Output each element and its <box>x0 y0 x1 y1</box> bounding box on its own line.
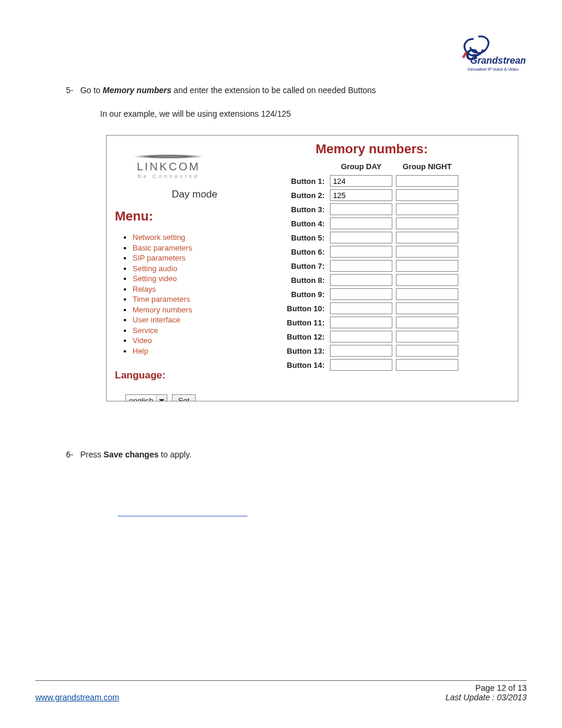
day-input[interactable] <box>330 232 392 243</box>
night-input[interactable] <box>396 317 458 328</box>
page-number: Page 12 of 13 <box>445 683 527 693</box>
table-row: Button 14: <box>283 358 460 372</box>
menu-item[interactable]: SIP parameters <box>133 253 222 263</box>
night-input[interactable] <box>396 260 458 272</box>
table-row: Button 5: <box>283 230 460 245</box>
row-label: Button 12: <box>283 330 328 344</box>
language-select-value: english <box>126 396 156 401</box>
row-label: Button 14: <box>283 358 328 372</box>
row-label: Button 13: <box>283 344 328 358</box>
row-label: Button 10: <box>283 301 328 315</box>
menu-item[interactable]: Memory numbers <box>133 305 222 315</box>
step-5-subtext: In our example, we will be using extensi… <box>35 109 527 118</box>
row-label: Button 6: <box>283 245 328 259</box>
language-select[interactable]: english <box>125 394 167 401</box>
night-input[interactable] <box>396 302 458 314</box>
step-6-number: 6- <box>66 450 73 459</box>
table-row: Button 10: <box>283 301 460 315</box>
night-input[interactable] <box>396 203 458 215</box>
memory-numbers-title: Memory numbers: <box>235 141 508 157</box>
day-input[interactable] <box>330 175 392 187</box>
svg-text:G: G <box>465 45 478 64</box>
menu-item[interactable]: Setting video <box>133 274 222 284</box>
night-input[interactable] <box>396 175 458 187</box>
day-input[interactable] <box>330 288 392 300</box>
day-input[interactable] <box>330 359 392 371</box>
day-input[interactable] <box>330 317 392 328</box>
row-label: Button 9: <box>283 287 328 301</box>
table-row: Button 1: <box>283 174 460 188</box>
col-night: Group NIGHT <box>394 160 460 174</box>
table-row: Button 4: <box>283 216 460 230</box>
set-button[interactable]: Set <box>172 394 196 401</box>
step-5-number: 5- <box>66 85 73 95</box>
night-input[interactable] <box>396 246 458 258</box>
night-input[interactable] <box>396 232 458 243</box>
menu-item[interactable]: Setting audio <box>133 263 222 274</box>
grandstream-tagline: Innovative IP Voice & Video <box>458 67 528 72</box>
step-5-text: Go to Memory numbers and enter the exten… <box>80 85 376 95</box>
menu-item[interactable]: User interface <box>133 315 222 325</box>
col-day: Group DAY <box>328 160 394 174</box>
menu-item[interactable]: Service <box>133 325 222 336</box>
row-label: Button 2: <box>283 188 328 202</box>
day-input[interactable] <box>330 203 392 215</box>
row-label: Button 1: <box>283 174 328 188</box>
row-label: Button 11: <box>283 315 328 330</box>
menu-list: Network setting Basic parameters SIP par… <box>115 232 222 357</box>
memory-numbers-table: Group DAY Group NIGHT Button 1:Button 2:… <box>283 160 460 372</box>
night-input[interactable] <box>396 359 458 371</box>
step-6: 6- Press Save changes to apply. <box>35 450 527 459</box>
chevron-down-icon[interactable] <box>156 395 167 401</box>
language-title: Language: <box>115 370 222 381</box>
decorative-rule <box>118 516 247 516</box>
embedded-screenshot: LINKCOM Be Connected Day mode Menu: Netw… <box>106 135 518 401</box>
menu-item[interactable]: Network setting <box>133 232 222 243</box>
step-6-text: Press Save changes to apply. <box>80 450 191 459</box>
mode-label: Day mode <box>115 189 222 200</box>
table-row: Button 6: <box>283 245 460 259</box>
row-label: Button 5: <box>283 230 328 245</box>
grandstream-logo: Grandstream G Innovative IP Voice & Vide… <box>458 34 528 72</box>
row-label: Button 8: <box>283 273 328 287</box>
menu-item[interactable]: Help <box>133 346 222 357</box>
table-row: Button 2: <box>283 188 460 202</box>
last-updated: Last Update : 03/2013 <box>445 693 527 702</box>
day-input[interactable] <box>330 302 392 314</box>
menu-item[interactable]: Relays <box>133 284 222 295</box>
day-input[interactable] <box>330 218 392 229</box>
menu-title: Menu: <box>115 209 222 224</box>
step-5: 5- Go to Memory numbers and enter the ex… <box>35 85 527 95</box>
night-input[interactable] <box>396 218 458 229</box>
table-row: Button 7: <box>283 259 460 273</box>
row-label: Button 7: <box>283 259 328 273</box>
menu-item[interactable]: Video <box>133 335 222 346</box>
footer-url[interactable]: www.grandstream.com <box>35 693 119 702</box>
table-row: Button 13: <box>283 344 460 358</box>
content-pane: Memory numbers: Group DAY Group NIGHT Bu… <box>230 136 518 401</box>
night-input[interactable] <box>396 331 458 342</box>
night-input[interactable] <box>396 345 458 357</box>
night-input[interactable] <box>396 288 458 300</box>
day-input[interactable] <box>330 246 392 258</box>
table-row: Button 8: <box>283 273 460 287</box>
table-row: Button 11: <box>283 315 460 330</box>
night-input[interactable] <box>396 189 458 201</box>
linkcom-logo: LINKCOM Be Connected <box>115 153 222 179</box>
table-row: Button 9: <box>283 287 460 301</box>
table-row: Button 12: <box>283 330 460 344</box>
day-input[interactable] <box>330 345 392 357</box>
row-label: Button 4: <box>283 216 328 230</box>
day-input[interactable] <box>330 189 392 201</box>
menu-item[interactable]: Basic parameters <box>133 243 222 253</box>
day-input[interactable] <box>330 274 392 286</box>
svg-text:Grandstream: Grandstream <box>470 55 525 65</box>
footer: www.grandstream.com Page 12 of 13 Last U… <box>35 680 527 702</box>
day-input[interactable] <box>330 331 392 342</box>
row-label: Button 3: <box>283 202 328 216</box>
menu-item[interactable]: Time parameters <box>133 294 222 305</box>
table-row: Button 3: <box>283 202 460 216</box>
night-input[interactable] <box>396 274 458 286</box>
day-input[interactable] <box>330 260 392 272</box>
sidebar: LINKCOM Be Connected Day mode Menu: Netw… <box>107 136 230 401</box>
